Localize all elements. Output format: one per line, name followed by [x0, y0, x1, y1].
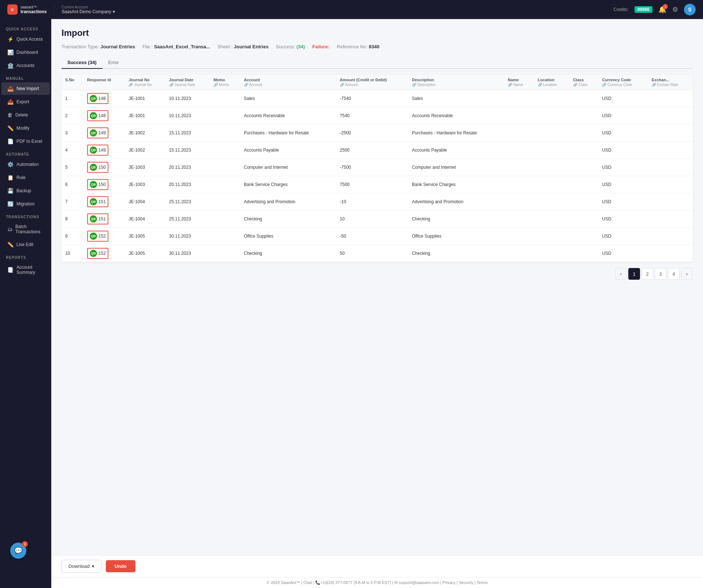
sidebar-item-quick-access[interactable]: ⚡ Quick Access	[1, 33, 50, 45]
col-account: Account 🔗 Account	[240, 75, 336, 90]
tab-success[interactable]: Success (34)	[62, 57, 103, 69]
sidebar-item-export[interactable]: 📤 Export	[1, 96, 50, 108]
cell-memo	[210, 228, 240, 245]
cell-response-id: QB 149	[83, 142, 125, 159]
table-row: 10 QB 152 JE-1005 30.11.2023 Checking 50…	[62, 245, 693, 262]
sidebar-item-delete[interactable]: 🗑 Delete	[1, 109, 50, 121]
cell-exchange	[648, 90, 693, 107]
cell-description: Checking	[408, 211, 504, 228]
sidebar-item-automation[interactable]: ⚙️ Automation	[1, 158, 50, 171]
download-button[interactable]: Download ▾	[62, 560, 101, 573]
cell-journal-date: 15.11.2023	[165, 142, 210, 159]
credits-badge: 99966	[635, 6, 652, 13]
sidebar-item-label: Quick Access	[16, 37, 43, 42]
undo-button[interactable]: Undo	[106, 560, 135, 572]
cell-name	[504, 124, 534, 142]
tab-error[interactable]: Error	[103, 57, 125, 69]
sidebar-item-batch-transactions[interactable]: 🗂 Batch Transactions	[1, 221, 50, 238]
cell-class	[569, 245, 598, 262]
cell-amount: 7540	[336, 107, 408, 124]
cell-memo	[210, 124, 240, 142]
cell-location	[534, 107, 569, 124]
sidebar-item-accounts[interactable]: 🏦 Accounts	[1, 59, 50, 72]
sidebar-item-modify[interactable]: ✏️ Modify	[1, 122, 50, 134]
cell-amount: 50	[336, 245, 408, 262]
account-selector[interactable]: Current Account SaasAnt Demo Company ▾	[54, 5, 115, 14]
cell-name	[504, 142, 534, 159]
page-area: Import Transaction Type: Journal Entries…	[51, 19, 703, 555]
sidebar-item-label: Migration	[16, 201, 34, 206]
cell-journal-no: JE-1004	[125, 193, 165, 211]
sidebar-item-new-import[interactable]: 📥 New Import	[1, 82, 50, 95]
col-amount: Amount (Credit or Debit) 🔗 Amount	[336, 75, 408, 90]
cell-location	[534, 90, 569, 107]
sidebar-item-backup[interactable]: 💾 Backup	[1, 185, 50, 197]
cell-amount: -10	[336, 193, 408, 211]
sidebar-item-label: Export	[16, 99, 29, 104]
cell-currency: USD	[598, 245, 648, 262]
cell-sno: 7	[62, 193, 83, 211]
cell-memo	[210, 211, 240, 228]
transaction-type-label: Transaction Type: Journal Entries	[62, 44, 135, 49]
sidebar-item-pdf-to-excel[interactable]: 📄 PDF to Excel	[1, 135, 50, 148]
cell-response-id: QB 149	[83, 124, 125, 142]
cell-currency: USD	[598, 228, 648, 245]
page-prev-button[interactable]: ‹	[615, 268, 627, 280]
cell-amount: -7500	[336, 159, 408, 176]
page-1-button[interactable]: 1	[628, 268, 640, 280]
cell-exchange	[648, 193, 693, 211]
sidebar: Quick Access ⚡ Quick Access 📊 Dashboard …	[0, 19, 51, 588]
cell-journal-date: 30.11.2023	[165, 245, 210, 262]
reference-info: Reference No: 8340	[337, 44, 379, 49]
page-title: Import	[62, 28, 693, 38]
sidebar-item-rule[interactable]: 📋 Rule	[1, 171, 50, 184]
cell-memo	[210, 90, 240, 107]
cell-response-id: QB 151	[83, 193, 125, 211]
migration-icon: 🔄	[7, 201, 14, 207]
page-2-button[interactable]: 2	[641, 268, 653, 280]
cell-class	[569, 193, 598, 211]
sidebar-item-label: Accounts	[16, 63, 34, 68]
account-name[interactable]: SaasAnt Demo Company ▾	[62, 9, 115, 14]
cell-account: Checking	[240, 245, 336, 262]
cell-sno: 8	[62, 211, 83, 228]
header: tr saasant™ transactions Current Account…	[0, 0, 703, 19]
chat-bubble: 💬 1	[10, 543, 26, 559]
cell-journal-date: 20.11.2023	[165, 159, 210, 176]
cell-response-id: QB 148	[83, 90, 125, 107]
cell-exchange	[648, 176, 693, 193]
cell-amount: 7500	[336, 176, 408, 193]
cell-account: Office Supplies	[240, 228, 336, 245]
sidebar-item-dashboard[interactable]: 📊 Dashboard	[1, 46, 50, 59]
cell-amount: -2500	[336, 124, 408, 142]
cell-journal-date: 10.11.2023	[165, 90, 210, 107]
notifications-button[interactable]: 🔔 1	[658, 5, 666, 14]
cell-response-id: QB 150	[83, 176, 125, 193]
table-row: 9 QB 152 JE-1005 30.11.2023 Office Suppl…	[62, 228, 693, 245]
cell-memo	[210, 142, 240, 159]
cell-class	[569, 142, 598, 159]
cell-exchange	[648, 142, 693, 159]
pagination: ‹ 1 2 3 4 ›	[62, 262, 693, 286]
sidebar-item-account-summary[interactable]: 📑 Account Summary	[1, 261, 50, 278]
chat-button[interactable]: 💬 1	[10, 543, 26, 559]
avatar[interactable]: S	[684, 4, 696, 15]
cell-response-id: QB 151	[83, 211, 125, 228]
sidebar-item-live-edit[interactable]: ✏️ Live Edit	[1, 238, 50, 251]
page-4-button[interactable]: 4	[668, 268, 680, 280]
sidebar-item-migration[interactable]: 🔄 Migration	[1, 198, 50, 210]
cell-class	[569, 124, 598, 142]
cell-location	[534, 124, 569, 142]
page-next-button[interactable]: ›	[681, 268, 693, 280]
settings-button[interactable]: ⚙	[672, 5, 678, 14]
cell-description: Purchases - Hardware for Resale	[408, 124, 504, 142]
sheet-label: Sheet : Journal Entries	[217, 44, 268, 49]
page-3-button[interactable]: 3	[655, 268, 666, 280]
cell-currency: USD	[598, 107, 648, 124]
cell-currency: USD	[598, 159, 648, 176]
cell-journal-date: 30.11.2023	[165, 228, 210, 245]
table-row: 6 QB 150 JE-1003 20.11.2023 Bank Service…	[62, 176, 693, 193]
credits-label: Credits:	[613, 7, 628, 12]
new-import-icon: 📥	[7, 86, 14, 92]
sidebar-item-label: Automation	[16, 162, 39, 167]
